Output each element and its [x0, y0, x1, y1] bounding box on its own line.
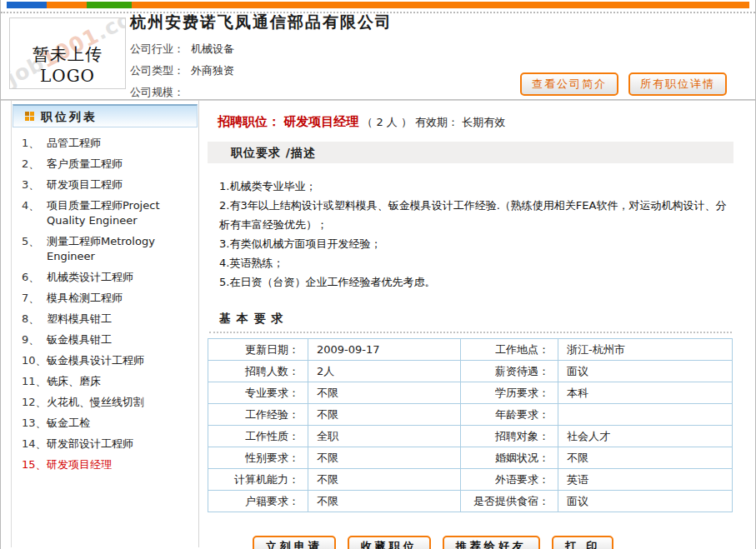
print-button[interactable]: 打 印 [552, 536, 614, 549]
header-buttons: 查看公司简介 所有职位详情 [520, 72, 727, 96]
education-req-value: 本科 [558, 382, 733, 404]
apply-now-button[interactable]: 立刻申请 [253, 536, 336, 549]
job-list-item-5[interactable]: 5、测量工程师Metrology Engineer [22, 234, 195, 264]
job-list-item-13[interactable]: 13、钣金工检 [22, 416, 195, 431]
action-buttons: 立刻申请 收藏职位 推荐给好友 打 印 [208, 536, 733, 549]
computer-skill-value: 不限 [308, 469, 461, 491]
requirement-line-1: 1.机械类专业毕业； [219, 177, 730, 196]
job-item-number: 4、 [22, 198, 47, 228]
company-industry-value: 机械设备 [191, 42, 234, 55]
job-item-label[interactable]: 钣金模具设计工程师 [47, 353, 144, 368]
job-list-header: 职位列表 [13, 104, 198, 127]
all-positions-button[interactable]: 所有职位详情 [628, 72, 727, 96]
job-item-label[interactable]: 研发项目经理 [47, 457, 112, 472]
job-item-number: 9、 [22, 332, 47, 347]
education-req-label: 学历要求： [461, 382, 558, 404]
job-item-label[interactable]: 模具检测工程师 [47, 291, 123, 306]
job-list-title: 职位列表 [41, 106, 98, 127]
basic-requirements-header: 基 本 要 求 [219, 312, 733, 332]
job-list-item-4[interactable]: 4、项目质量工程师Project Quality Engineer [22, 198, 195, 228]
job-list-item-8[interactable]: 8、塑料模具钳工 [22, 312, 195, 327]
work-location-value: 浙江-杭州市 [558, 339, 733, 361]
job-item-label[interactable]: 钣金工检 [47, 416, 90, 431]
requirements-section-header: 职位要求 /描述 [208, 142, 733, 163]
job-list-item-14[interactable]: 14、研发部设计工程师 [22, 437, 195, 452]
company-fields: 公司行业：机械设备 公司类型：外商独资 公司规模： [130, 38, 234, 103]
job-item-label[interactable]: 机械类设计工程师 [47, 270, 133, 285]
logo-placeholder-text: 暂未上传LOGO [10, 43, 125, 86]
validity-label: 有效期： [415, 116, 458, 128]
job-list: 1、品管工程师 2、客户质量工程师 3、研发项目工程师 4、项目质量工程师Pro… [12, 127, 198, 472]
foreign-language-label: 外语要求： [461, 469, 558, 491]
topbar-orange-segment-2 [132, 2, 749, 8]
residence-req-value: 不限 [308, 491, 461, 512]
grid-squares-icon [25, 112, 34, 121]
requirement-line-2: 2.有3年以上结构设计或塑料模具、钣金模具设计工作经验.（熟练使用相关FEA软件… [219, 196, 730, 234]
update-date-value: 2009-09-17 [308, 339, 461, 361]
job-item-label[interactable]: 钣金模具钳工 [47, 332, 112, 347]
job-item-label[interactable]: 研发项目工程师 [47, 177, 123, 192]
table-row: 更新日期： 2009-09-17 工作地点： 浙江-杭州市 [208, 339, 733, 361]
job-list-item-15-active[interactable]: 15、研发项目经理 [22, 457, 195, 472]
residence-req-label: 户籍要求： [208, 491, 308, 512]
job-list-item-10[interactable]: 10、钣金模具设计工程师 [22, 353, 195, 368]
update-date-label: 更新日期： [208, 339, 308, 361]
job-item-number: 15、 [22, 457, 47, 472]
company-industry-label: 公司行业： [130, 42, 184, 55]
job-item-label[interactable]: 研发部设计工程师 [47, 437, 133, 452]
age-req-value [558, 404, 733, 426]
job-headcount: （ 2 人 ） [362, 116, 412, 128]
job-list-item-12[interactable]: 12、火花机、慢丝线切割 [22, 395, 195, 410]
job-item-label[interactable]: 火花机、慢丝线切割 [47, 395, 144, 410]
headcount-label: 招聘人数： [208, 361, 308, 382]
job-item-number: 8、 [22, 312, 47, 327]
job-list-item-1[interactable]: 1、品管工程师 [22, 136, 195, 151]
company-name: 杭州安费诺飞凤通信部品有限公司 [130, 12, 393, 33]
job-list-item-9[interactable]: 9、钣金模具钳工 [22, 332, 195, 347]
job-list-item-7[interactable]: 7、模具检测工程师 [22, 291, 195, 306]
target-group-value: 社会人才 [558, 426, 733, 447]
job-list-item-6[interactable]: 6、机械类设计工程师 [22, 270, 195, 285]
job-item-label[interactable]: 项目质量工程师Project Quality Engineer [47, 198, 195, 228]
job-list-item-2[interactable]: 2、客户质量工程师 [22, 157, 195, 172]
job-list-item-3[interactable]: 3、研发项目工程师 [22, 177, 195, 192]
save-job-button[interactable]: 收藏职位 [348, 536, 431, 549]
content: 职位列表 1、品管工程师 2、客户质量工程师 3、研发项目工程师 4、项目质量工… [1, 101, 755, 547]
company-industry-row: 公司行业：机械设备 [130, 38, 234, 60]
gender-req-label: 性别要求： [208, 447, 308, 469]
job-item-number: 11、 [22, 374, 47, 389]
job-item-number: 12、 [22, 395, 47, 410]
topbar-green-segment [87, 2, 132, 8]
view-company-profile-button[interactable]: 查看公司简介 [520, 72, 618, 96]
gender-req-value: 不限 [308, 447, 461, 469]
headcount-value: 2人 [308, 361, 461, 382]
topbar-orange-segment [47, 2, 87, 8]
company-type-label: 公司类型： [130, 64, 184, 77]
job-list-sidebar: 职位列表 1、品管工程师 2、客户质量工程师 3、研发项目工程师 4、项目质量工… [11, 101, 199, 547]
company-size-label: 公司规模： [130, 86, 184, 98]
experience-req-label: 工作经验： [208, 404, 308, 426]
job-nature-label: 工作性质： [208, 426, 308, 447]
table-row: 专业要求： 不限 学历要求： 本科 [208, 382, 733, 404]
basic-dotted-divider [209, 332, 732, 333]
company-type-row: 公司类型：外商独资 [130, 60, 234, 82]
job-item-number: 10、 [22, 353, 47, 368]
job-item-number: 5、 [22, 234, 47, 264]
job-item-label[interactable]: 客户质量工程师 [47, 157, 123, 172]
job-item-label[interactable]: 测量工程师Metrology Engineer [47, 234, 195, 264]
recommend-friend-button[interactable]: 推荐给好友 [443, 536, 540, 549]
requirements-text: 1.机械类专业毕业； 2.有3年以上结构设计或塑料模具、钣金模具设计工作经验.（… [208, 163, 733, 292]
job-list-item-11[interactable]: 11、铣床、磨床 [22, 374, 195, 389]
job-item-label[interactable]: 品管工程师 [47, 136, 101, 151]
table-row: 工作经验： 不限 年龄要求： [208, 404, 733, 426]
job-item-number: 13、 [22, 416, 47, 431]
job-detail-main: 招聘职位： 研发项目经理 （ 2 人 ） 有效期： 长期有效 职位要求 /描述 … [208, 101, 733, 547]
job-item-number: 6、 [22, 270, 47, 285]
validity-value: 长期有效 [462, 116, 505, 128]
table-row: 性别要求： 不限 婚姻状况： 不限 [208, 447, 733, 469]
company-logo-placeholder: job1001.com 暂未上传LOGO [9, 17, 126, 89]
job-item-label[interactable]: 塑料模具钳工 [47, 312, 112, 327]
company-size-row: 公司规模： [130, 82, 234, 103]
foreign-language-value: 英语 [558, 469, 733, 491]
job-item-label[interactable]: 铣床、磨床 [47, 374, 101, 389]
